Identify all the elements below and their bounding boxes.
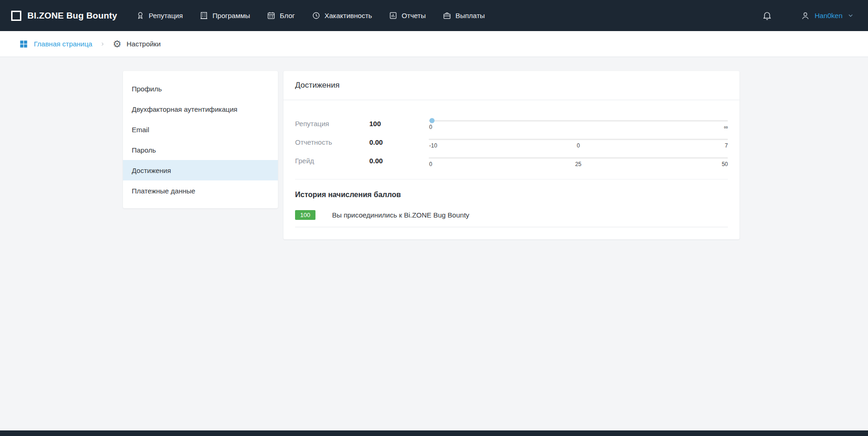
gear-icon: ⚙ <box>113 39 122 49</box>
username: Han0ken <box>815 12 842 19</box>
metric-row-grade: Грейд 0.00 0 25 50 <box>295 151 728 170</box>
gauge-track <box>429 120 728 122</box>
main-content: Профиль Двухфакторная аутентификация Ema… <box>0 57 868 239</box>
metric-label: Репутация <box>295 120 369 128</box>
metric-gauge: 0 ∞ <box>429 116 728 131</box>
panel-title: Достижения <box>283 71 739 100</box>
settings-menu-item-password[interactable]: Пароль <box>123 140 278 160</box>
breadcrumb-current: ⚙ Настройки <box>113 39 161 49</box>
main-nav: Репутация Программы Блог Хакактивность О… <box>136 11 485 20</box>
gauge-ticks: 0 25 50 <box>429 161 728 168</box>
footer <box>0 430 868 436</box>
breadcrumb-home-label: Главная страница <box>34 40 92 48</box>
history-title: История начисления баллов <box>295 191 728 199</box>
achievements-panel: Достижения Репутация 100 0 ∞ Отчетн <box>283 71 739 239</box>
gauge-thumb <box>430 118 435 123</box>
gauge-ticks: -10 0 7 <box>429 142 728 149</box>
blog-icon <box>267 11 276 20</box>
breadcrumb-current-label: Настройки <box>127 40 161 48</box>
breadcrumb-home-link[interactable]: Главная страница <box>19 39 92 49</box>
nav-item-payouts[interactable]: Выплаты <box>443 11 485 20</box>
reports-icon <box>389 11 398 20</box>
settings-menu: Профиль Двухфакторная аутентификация Ema… <box>123 71 278 208</box>
nav-item-blog[interactable]: Блог <box>267 11 295 20</box>
gauge-track <box>429 139 728 140</box>
bizone-logo-icon <box>11 11 21 21</box>
settings-menu-item-2fa[interactable]: Двухфакторная аутентификация <box>123 99 278 119</box>
panel-body: Репутация 100 0 ∞ Отчетность 0.00 <box>283 100 739 227</box>
nav-item-reports[interactable]: Отчеты <box>389 11 426 20</box>
chevron-right-icon <box>100 41 105 47</box>
metric-row-reporting: Отчетность 0.00 -10 0 7 <box>295 133 728 151</box>
history-entry: 100 Вы присоединились к Bi.ZONE Bug Boun… <box>295 210 728 227</box>
brand[interactable]: BI.ZONE Bug Bounty <box>11 11 117 21</box>
section-divider <box>295 179 728 180</box>
settings-menu-item-email[interactable]: Email <box>123 119 278 140</box>
settings-menu-item-payment-data[interactable]: Платежные данные <box>123 180 278 201</box>
user-menu[interactable]: Han0ken <box>801 11 854 20</box>
notifications-bell-icon[interactable] <box>762 11 772 20</box>
navbar-right: Han0ken <box>762 11 854 20</box>
metric-gauge: -10 0 7 <box>429 135 728 149</box>
settings-menu-item-achievements[interactable]: Достижения <box>123 160 278 180</box>
nav-item-activity[interactable]: Хакактивность <box>312 11 372 20</box>
chevron-down-icon <box>847 12 854 19</box>
nav-item-reputation[interactable]: Репутация <box>136 11 183 20</box>
activity-icon <box>312 11 321 20</box>
gauge-track <box>429 157 728 159</box>
settings-menu-item-profile[interactable]: Профиль <box>123 78 278 99</box>
points-badge: 100 <box>295 210 315 220</box>
metric-value: 0.00 <box>369 157 429 165</box>
metric-row-reputation: Репутация 100 0 ∞ <box>295 114 728 133</box>
nav-item-programs[interactable]: Программы <box>199 11 250 20</box>
payouts-icon <box>443 11 451 20</box>
top-navbar: BI.ZONE Bug Bounty Репутация Программы Б… <box>0 0 868 31</box>
history-entry-text: Вы присоединились к Bi.ZONE Bug Bounty <box>332 211 469 219</box>
metric-value: 100 <box>369 120 429 128</box>
metric-label: Грейд <box>295 157 369 165</box>
brand-name: BI.ZONE Bug Bounty <box>27 11 117 21</box>
home-grid-icon <box>19 39 28 49</box>
programs-icon <box>199 11 208 20</box>
metric-gauge: 0 25 50 <box>429 154 728 168</box>
gauge-ticks: 0 ∞ <box>429 124 728 131</box>
reputation-icon <box>136 11 145 20</box>
metric-value: 0.00 <box>369 138 429 146</box>
user-icon <box>801 11 810 20</box>
breadcrumb: Главная страница ⚙ Настройки <box>0 31 868 57</box>
metric-label: Отчетность <box>295 138 369 146</box>
